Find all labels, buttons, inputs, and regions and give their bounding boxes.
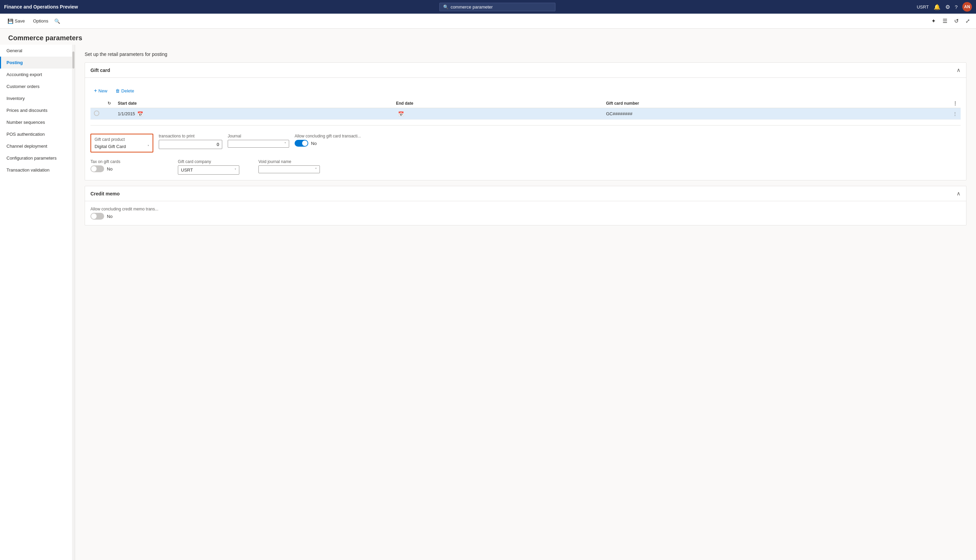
row-start-date-cell: 1/1/2015 📅	[114, 108, 393, 120]
gift-card-company-group: Gift card company USRT ˅	[178, 159, 239, 175]
sidebar-label-configuration-parameters: Configuration parameters	[7, 155, 57, 161]
credit-memo-header[interactable]: Credit memo ∧	[85, 186, 966, 201]
credit-memo-collapse-icon: ∧	[956, 190, 961, 197]
sidebar-item-pos-authentication[interactable]: POS authentication	[0, 128, 75, 140]
sidebar-item-number-sequences[interactable]: Number sequences	[0, 116, 75, 128]
top-nav-bar: Finance and Operations Preview 🔍 USRT 🔔 …	[0, 0, 976, 13]
gear-icon[interactable]: ⚙	[945, 4, 950, 10]
user-label: USRT	[917, 5, 929, 10]
allow-concluding-label: Allow concluding gift card transacti...	[295, 134, 361, 138]
sidebar-item-posting[interactable]: Posting	[0, 57, 75, 68]
col-more-header: ⋮	[949, 99, 961, 108]
tax-on-gift-cards-label: Tax on gift cards	[90, 159, 152, 164]
gift-card-company-select[interactable]: USRT ˅	[178, 165, 239, 175]
app-title: Finance and Operations Preview	[4, 4, 78, 10]
help-icon[interactable]: ?	[955, 4, 958, 10]
sidebar-item-transaction-validation[interactable]: Transaction validation	[0, 164, 75, 176]
gift-card-product-label: Gift card product	[95, 137, 149, 142]
journal-select[interactable]: ˅	[228, 140, 289, 148]
gift-card-body: + New 🗑 Delete	[85, 78, 966, 180]
table-row[interactable]: 1/1/2015 📅 📅	[90, 108, 961, 120]
gift-card-collapse-icon: ∧	[956, 67, 961, 73]
bell-icon[interactable]: 🔔	[934, 4, 941, 10]
end-date-calendar-icon[interactable]: 📅	[398, 111, 404, 117]
page-subtitle: Set up the retail parameters for posting	[85, 52, 966, 57]
sidebar-label-channel-deployment: Channel deployment	[7, 143, 47, 149]
journal-label: Journal	[228, 134, 289, 138]
sidebar: General Posting Accounting export Custom…	[0, 45, 75, 560]
refresh-icon: ↻	[107, 101, 111, 106]
save-label: Save	[15, 18, 25, 23]
gift-card-company-value: USRT	[181, 167, 193, 173]
credit-memo-toggle-group: No	[90, 213, 961, 220]
allow-concluding-value: No	[311, 141, 317, 146]
tax-toggle[interactable]	[90, 165, 104, 172]
new-label: New	[98, 88, 107, 93]
start-date-value: 1/1/2015	[118, 111, 135, 116]
sidebar-label-general: General	[7, 48, 22, 53]
form-divider	[90, 125, 961, 125]
sidebar-item-inventory[interactable]: Inventory	[0, 92, 75, 104]
options-label: Options	[33, 18, 48, 23]
global-search-input[interactable]	[451, 5, 552, 10]
transactions-to-print-input[interactable]	[159, 140, 222, 149]
credit-memo-section: Credit memo ∧ Allow concluding credit me…	[85, 186, 966, 225]
allow-concluding-toggle[interactable]	[295, 140, 308, 147]
void-journal-name-select[interactable]: ˅	[258, 165, 320, 173]
credit-memo-toggle-thumb	[91, 213, 97, 219]
sparkle-button[interactable]: ✦	[929, 17, 938, 26]
save-button[interactable]: 💾 Save	[4, 17, 28, 26]
delete-label: Delete	[121, 88, 134, 93]
save-icon: 💾	[8, 18, 13, 24]
gift-card-header[interactable]: Gift card ∧	[85, 63, 966, 78]
start-date-calendar-icon[interactable]: 📅	[137, 111, 143, 117]
toolbar-search-icon[interactable]: 🔍	[54, 18, 60, 24]
credit-memo-allow-value: No	[107, 214, 113, 219]
reload-button[interactable]: ↺	[952, 17, 961, 26]
expand-button[interactable]: ⤢	[963, 17, 972, 26]
credit-memo-body: Allow concluding credit memo trans... No	[85, 201, 966, 225]
new-button[interactable]: + New	[90, 86, 110, 95]
sidebar-label-number-sequences: Number sequences	[7, 120, 45, 125]
page-title: Commerce parameters	[8, 34, 968, 42]
options-button[interactable]: Options	[30, 17, 52, 26]
sidebar-scrollbar[interactable]	[72, 45, 75, 560]
content-area: General Posting Accounting export Custom…	[0, 45, 976, 560]
allow-concluding-credit-memo-group: Allow concluding credit memo trans... No	[90, 207, 961, 220]
transactions-to-print-group: transactions to print	[159, 134, 222, 149]
table-header-row: ↻ Start date End date Gift card number ⋮	[90, 99, 961, 108]
sidebar-item-configuration-parameters[interactable]: Configuration parameters	[0, 152, 75, 164]
gift-card-product-chevron: ˅	[147, 145, 149, 148]
credit-memo-toggle[interactable]	[90, 213, 104, 220]
tax-toggle-group: No	[90, 165, 152, 172]
gift-card-product-select[interactable]: Digital Gift Card ˅	[95, 144, 149, 149]
sidebar-toggle-button[interactable]: ☰	[941, 17, 949, 26]
void-journal-name-label: Void journal name	[258, 159, 320, 164]
sidebar-label-posting: Posting	[7, 60, 23, 65]
allow-concluding-toggle-group: No	[295, 140, 361, 147]
sidebar-label-accounting-export: Accounting export	[7, 72, 42, 77]
sidebar-item-accounting-export[interactable]: Accounting export	[0, 68, 75, 80]
void-journal-name-chevron: ˅	[315, 167, 317, 171]
row-more-cell[interactable]: ⋮	[949, 108, 961, 120]
search-icon: 🔍	[443, 5, 449, 10]
top-nav-left: Finance and Operations Preview	[4, 4, 78, 10]
sidebar-item-general[interactable]: General	[0, 45, 75, 57]
row-radio[interactable]	[94, 110, 99, 116]
sidebar-item-channel-deployment[interactable]: Channel deployment	[0, 140, 75, 152]
grid-toolbar: + New 🗑 Delete	[90, 83, 961, 99]
user-avatar[interactable]: AN	[963, 2, 972, 12]
delete-button[interactable]: 🗑 Delete	[112, 87, 137, 95]
delete-icon: 🗑	[115, 88, 120, 93]
journal-chevron: ˅	[284, 142, 286, 146]
sidebar-item-prices-discounts[interactable]: Prices and discounts	[0, 104, 75, 116]
global-search-box[interactable]: 🔍	[440, 3, 555, 11]
toggle-thumb	[302, 140, 308, 146]
page-header: Commerce parameters	[0, 28, 976, 45]
col-gift-card-number-header: Gift card number	[603, 99, 949, 108]
transactions-to-print-label: transactions to print	[159, 134, 222, 138]
gift-card-number-value: GC########	[606, 111, 632, 116]
sidebar-item-customer-orders[interactable]: Customer orders	[0, 80, 75, 92]
sidebar-label-pos-authentication: POS authentication	[7, 132, 45, 137]
gift-card-section: Gift card ∧ + New 🗑 Delete	[85, 62, 966, 180]
